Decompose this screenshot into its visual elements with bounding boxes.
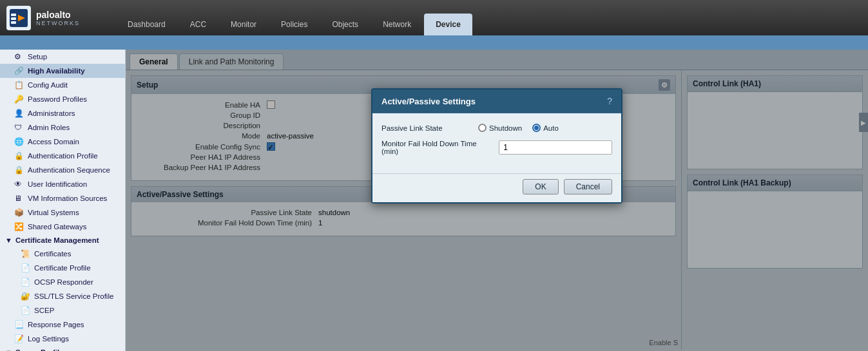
response-pages-icon: 📃 xyxy=(14,320,24,329)
tab-dashboard[interactable]: Dashboard xyxy=(116,14,177,35)
certificates-icon: 📜 xyxy=(21,249,31,258)
password-profiles-icon: 🔑 xyxy=(14,95,24,104)
modal-row-passive-link-state: Passive Link State Shutdown Auto xyxy=(381,124,612,132)
svg-rect-3 xyxy=(11,21,16,24)
sidebar-item-scep[interactable]: 📄 SCEP xyxy=(0,303,125,318)
sidebar-item-log-settings[interactable]: 📝 Log Settings xyxy=(0,332,125,346)
modal-cancel-button[interactable]: Cancel xyxy=(564,179,612,194)
auth-sequence-icon: 🔒 xyxy=(14,166,24,175)
modal-row-monitor-fail: Monitor Fail Hold Down Time (min) xyxy=(381,140,612,155)
modal-overlay: Active/Passive Settings ? Passive Link S… xyxy=(126,50,868,351)
sidebar-item-ssl-tls-profile[interactable]: 🔐 SSL/TLS Service Profile xyxy=(0,289,125,303)
tab-objects[interactable]: Objects xyxy=(320,14,370,35)
main-layout: ⚙ Setup 🔗 High Availability 📋 Config Aud… xyxy=(0,50,868,351)
shared-gateways-icon: 🔀 xyxy=(14,222,24,231)
modal-ok-button[interactable]: OK xyxy=(523,179,558,194)
ssl-tls-icon: 🔐 xyxy=(21,292,31,301)
logo-text-area: paloalto NETWORKS xyxy=(36,10,80,26)
radio-btn-auto[interactable] xyxy=(532,124,541,132)
top-navigation: paloalto NETWORKS Dashboard ACC Monitor … xyxy=(0,0,868,35)
sidebar-item-access-domain[interactable]: 🌐 Access Domain xyxy=(0,135,125,149)
content-area: General Link and Path Monitoring Setup ⚙… xyxy=(126,50,868,351)
administrators-icon: 👤 xyxy=(14,109,24,118)
sidebar-item-password-profiles[interactable]: 🔑 Password Profiles xyxy=(0,92,125,106)
admin-roles-icon: 🛡 xyxy=(14,123,24,132)
sidebar-group-server-profiles[interactable]: ▼ Server Profiles xyxy=(0,346,125,351)
sidebar-item-user-identification[interactable]: 👁 User Identification xyxy=(0,177,125,191)
sidebar-item-virtual-systems[interactable]: 📦 Virtual Systems xyxy=(0,205,125,220)
tab-policies[interactable]: Policies xyxy=(269,14,319,35)
user-id-icon: 👁 xyxy=(14,180,24,189)
ocsp-icon: 📄 xyxy=(21,278,31,287)
tab-device[interactable]: Device xyxy=(424,14,472,35)
sidebar-item-administrators[interactable]: 👤 Administrators xyxy=(0,106,125,120)
auth-profile-icon: 🔒 xyxy=(14,151,24,160)
virtual-systems-icon: 📦 xyxy=(14,208,24,217)
tab-acc[interactable]: ACC xyxy=(178,14,218,35)
sidebar-item-vm-information-sources[interactable]: 🖥 VM Information Sources xyxy=(0,191,125,205)
cert-profile-icon: 📄 xyxy=(21,263,31,272)
logo-icon xyxy=(6,6,31,30)
tab-network[interactable]: Network xyxy=(371,14,423,35)
modal-body: Passive Link State Shutdown Auto xyxy=(372,113,621,173)
sidebar-item-authentication-profile[interactable]: 🔒 Authentication Profile xyxy=(0,149,125,163)
scep-icon: 📄 xyxy=(21,306,31,315)
sidebar-item-certificates[interactable]: 📜 Certificates xyxy=(0,247,125,261)
modal-label-passive-link-state: Passive Link State xyxy=(381,124,472,132)
sidebar-item-config-audit[interactable]: 📋 Config Audit xyxy=(0,78,125,92)
server-profiles-expand-icon: ▼ xyxy=(5,348,12,351)
modal-dialog: Active/Passive Settings ? Passive Link S… xyxy=(371,88,622,204)
sidebar-item-certificate-profile[interactable]: 📄 Certificate Profile xyxy=(0,261,125,275)
sidebar: ⚙ Setup 🔗 High Availability 📋 Config Aud… xyxy=(0,50,126,351)
modal-input-monitor-fail[interactable] xyxy=(499,140,612,155)
tab-monitor[interactable]: Monitor xyxy=(219,14,268,35)
modal-header: Active/Passive Settings ? xyxy=(372,90,621,113)
sidebar-group-certificate-management[interactable]: ▼ Certificate Management xyxy=(0,234,125,247)
radio-group-passive-link-state: Shutdown Auto xyxy=(478,124,559,132)
radio-auto[interactable]: Auto xyxy=(532,124,559,132)
sidebar-item-high-availability[interactable]: 🔗 High Availability xyxy=(0,64,125,78)
modal-title: Active/Passive Settings xyxy=(381,97,476,106)
blue-strip xyxy=(0,35,868,50)
access-domain-icon: 🌐 xyxy=(14,137,24,146)
setup-icon: ⚙ xyxy=(14,52,24,61)
sidebar-item-response-pages[interactable]: 📃 Response Pages xyxy=(0,318,125,332)
ha-icon: 🔗 xyxy=(14,66,24,75)
modal-label-monitor-fail: Monitor Fail Hold Down Time (min) xyxy=(381,140,492,155)
log-settings-icon: 📝 xyxy=(14,334,24,343)
vm-info-icon: 🖥 xyxy=(14,194,24,203)
sidebar-item-setup[interactable]: ⚙ Setup xyxy=(0,50,125,64)
radio-btn-shutdown[interactable] xyxy=(478,124,487,132)
svg-rect-2 xyxy=(11,17,16,20)
sidebar-item-ocsp-responder[interactable]: 📄 OCSP Responder xyxy=(0,275,125,289)
modal-footer: OK Cancel xyxy=(372,173,621,202)
logo-subtitle: NETWORKS xyxy=(36,20,80,26)
modal-help-icon[interactable]: ? xyxy=(607,96,612,106)
svg-rect-1 xyxy=(11,14,16,16)
sidebar-item-admin-roles[interactable]: 🛡 Admin Roles xyxy=(0,120,125,135)
nav-tabs: Dashboard ACC Monitor Policies Objects N… xyxy=(116,0,868,35)
logo-area: paloalto NETWORKS xyxy=(6,6,116,30)
logo-brand: paloalto xyxy=(36,10,80,20)
radio-shutdown[interactable]: Shutdown xyxy=(478,124,522,132)
config-audit-icon: 📋 xyxy=(14,81,24,90)
cert-mgmt-expand-icon: ▼ xyxy=(5,236,12,244)
sidebar-item-authentication-sequence[interactable]: 🔒 Authentication Sequence xyxy=(0,163,125,177)
sidebar-item-shared-gateways[interactable]: 🔀 Shared Gateways xyxy=(0,220,125,234)
